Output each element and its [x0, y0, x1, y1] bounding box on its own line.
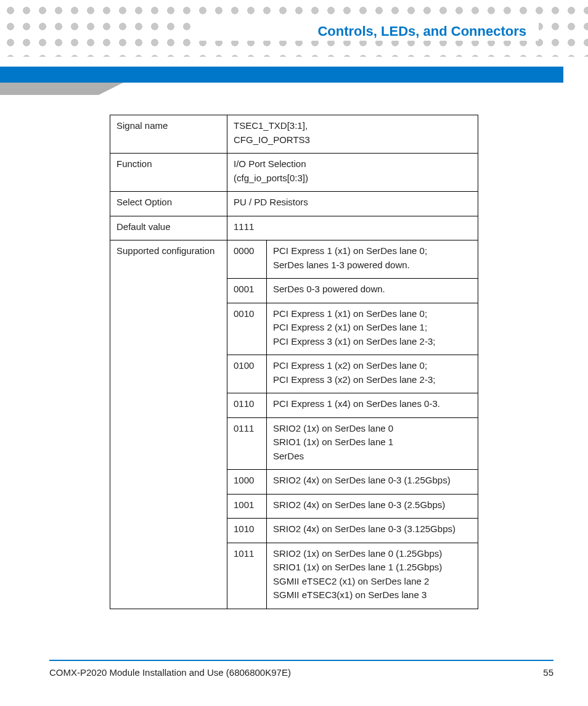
cell-config-code: 0000 [227, 240, 267, 279]
row-select-option: Select OptionPU / PD Resistors [110, 192, 478, 216]
cell-config-desc: SRIO2 (4x) on SerDes lane 0-3 (1.25Gbps) [267, 470, 478, 495]
cell-config-code: 1010 [227, 519, 267, 543]
cell-config-desc: PCI Express 1 (x1) on SerDes lane 0;SerD… [267, 240, 478, 279]
config-table-container: Signal nameTSEC1_TXD[3:1],CFG_IO_PORTS3F… [110, 115, 478, 609]
cell-config-desc: SerDes 0-3 powered down. [267, 279, 478, 303]
cell-value: TSEC1_TXD[3:1],CFG_IO_PORTS3 [227, 115, 478, 154]
cell-config-desc: SRIO2 (4x) on SerDes lane 0-3 (2.5Gbps) [267, 494, 478, 519]
row-function: FunctionI/O Port Selection (cfg_io_ports… [110, 154, 478, 192]
cell-config-code: 0111 [227, 417, 267, 470]
config-table: Signal nameTSEC1_TXD[3:1],CFG_IO_PORTS3F… [110, 115, 478, 609]
cell-config-desc: SRIO2 (1x) on SerDes lane 0SRIO1 (1x) on… [267, 417, 478, 470]
row-default-value: Default value1111 [110, 216, 478, 240]
row-signal-name: Signal nameTSEC1_TXD[3:1],CFG_IO_PORTS3 [110, 115, 478, 154]
cell-label: Signal name [110, 115, 227, 154]
cell-config-code: 0110 [227, 393, 267, 418]
footer-doc-title: COMX-P2020 Module Installation and Use (… [49, 667, 291, 678]
cell-config-desc: SRIO2 (4x) on SerDes lane 0-3 (3.125Gbps… [267, 519, 478, 543]
cell-config-code: 1011 [227, 543, 267, 609]
footer-page-number: 55 [543, 667, 553, 678]
cell-config-desc: SRIO2 (1x) on SerDes lane 0 (1.25Gbps)SR… [267, 543, 478, 609]
cell-config-desc: PCI Express 1 (x1) on SerDes lane 0;PCI … [267, 303, 478, 355]
cell-config-code: 1000 [227, 470, 267, 495]
cell-value: 1111 [227, 216, 478, 240]
cell-config-code: 0001 [227, 279, 267, 303]
section-title: Controls, LEDs, and Connectors [317, 23, 526, 39]
cell-label: Select Option [110, 192, 227, 216]
cell-label: Function [110, 154, 227, 192]
cell-label: Default value [110, 216, 227, 240]
header-gray-wedge [0, 83, 123, 95]
row-config: Supported configuration0000PCI Express 1… [110, 240, 478, 279]
cell-config-code: 0010 [227, 303, 267, 355]
cell-config-desc: PCI Express 1 (x2) on SerDes lane 0;PCI … [267, 355, 478, 393]
cell-value: I/O Port Selection (cfg_io_ports[0:3]) [227, 154, 478, 192]
cell-config-code: 1001 [227, 494, 267, 519]
page-footer: COMX-P2020 Module Installation and Use (… [49, 660, 553, 678]
cell-config-desc: PCI Express 1 (x4) on SerDes lanes 0-3. [267, 393, 478, 418]
header-blue-bar [0, 67, 563, 83]
cell-supported-label: Supported configuration [110, 240, 227, 609]
cell-config-code: 0100 [227, 355, 267, 393]
cell-value: PU / PD Resistors [227, 192, 478, 216]
